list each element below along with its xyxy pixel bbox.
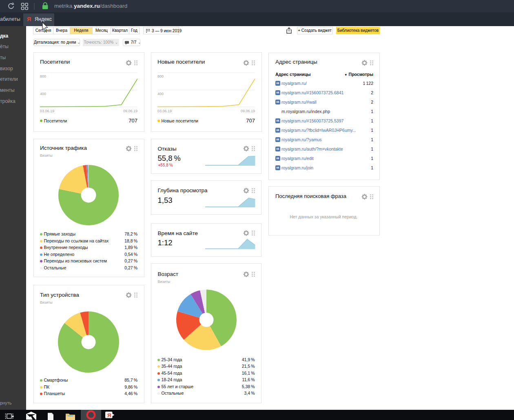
svg-text:Я: Я: [107, 412, 111, 418]
